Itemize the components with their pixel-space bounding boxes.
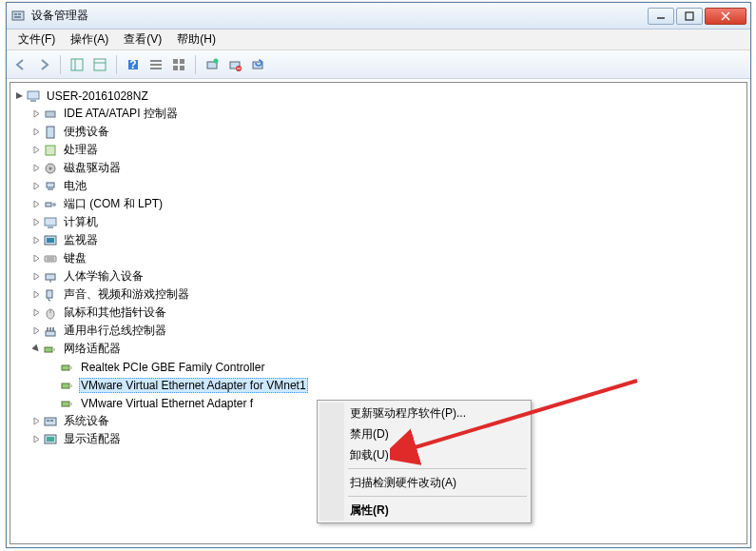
svg-rect-61 [50,420,53,422]
svg-rect-19 [173,66,178,70]
toolbar-view1-icon[interactable] [67,54,87,75]
ctx-uninstall[interactable]: 卸载(U) [320,444,529,465]
help-icon[interactable]: ? [123,54,144,75]
svg-rect-57 [62,402,69,406]
menu-separator [348,468,527,469]
computer-icon [26,89,41,104]
svg-rect-14 [150,60,162,62]
tree-category[interactable]: 键盘 [12,249,745,267]
tree-device[interactable]: Realtek PCIe GBE Family Controller [12,358,745,376]
ctx-update-driver[interactable]: 更新驱动程序软件(P)... [320,403,529,423]
window-controls [648,8,746,25]
svg-rect-52 [52,348,55,351]
expand-icon[interactable] [29,162,43,175]
network-adapter-icon [60,378,75,393]
update-driver-icon[interactable] [247,54,268,75]
category-label: 声音、视频和游戏控制器 [62,285,191,304]
expand-icon[interactable] [29,126,43,139]
expand-icon[interactable] [29,234,43,247]
toolbar-grid-icon[interactable] [168,54,189,75]
expand-icon[interactable] [29,216,43,229]
expand-icon[interactable] [29,108,43,121]
forward-button[interactable] [33,54,54,75]
svg-rect-63 [47,437,54,442]
toolbar: ? [7,50,750,79]
tree-category[interactable]: 处理器 [12,141,745,159]
menu-view[interactable]: 查看(V) [116,29,169,50]
menu-help[interactable]: 帮助(H) [169,29,223,50]
category-icon [43,269,58,285]
category-label: 计算机 [62,213,100,231]
svg-rect-54 [69,366,72,369]
category-label: 电池 [62,177,88,195]
expand-icon[interactable] [29,270,43,284]
tree-category[interactable]: 计算机 [12,213,745,231]
tree-category[interactable]: 鼠标和其他指针设备 [12,304,745,322]
uninstall-icon[interactable] [224,54,245,75]
tree-category[interactable]: 通用串行总线控制器 [12,322,745,340]
tree-category[interactable]: 电池 [12,177,745,195]
tree-root[interactable]: USER-20161028NZ [12,87,745,105]
category-label: 键盘 [62,249,88,267]
svg-rect-31 [46,146,55,155]
category-icon [43,287,58,303]
svg-text:?: ? [129,58,136,71]
expand-icon[interactable] [29,325,43,338]
collapse-icon[interactable] [12,89,26,103]
back-button[interactable] [10,54,31,75]
svg-rect-35 [48,187,53,190]
tree-category[interactable]: 便携设备 [12,123,745,141]
expand-icon[interactable] [29,433,43,446]
category-label: 系统设备 [62,412,111,430]
svg-rect-3 [14,16,21,18]
expand-icon[interactable] [29,415,43,428]
tree-category[interactable]: 声音、视频和游戏控制器 [12,285,745,304]
tree-category[interactable]: 磁盘驱动器 [12,159,745,177]
tree-category[interactable]: 监视器 [12,231,745,249]
svg-rect-15 [150,64,162,66]
svg-rect-58 [69,403,72,405]
svg-rect-20 [180,66,184,70]
svg-rect-51 [45,347,52,352]
category-icon [43,161,58,176]
expand-icon[interactable] [29,198,43,211]
scan-hardware-icon[interactable] [202,54,223,75]
maximize-button[interactable] [676,8,703,25]
tree-spacer [47,379,60,392]
tree-category[interactable]: 端口 (COM 和 LPT) [12,195,745,213]
category-icon [43,143,58,158]
svg-rect-5 [686,12,693,20]
svg-rect-45 [46,274,55,280]
svg-rect-10 [94,59,106,70]
menu-action[interactable]: 操作(A) [63,29,116,50]
expand-icon[interactable] [29,144,43,157]
expand-icon[interactable] [29,306,43,320]
category-icon [43,305,58,321]
svg-rect-38 [45,218,56,226]
expand-icon[interactable] [29,288,43,302]
svg-rect-2 [18,13,21,15]
svg-rect-47 [47,290,52,298]
ctx-scan-hardware[interactable]: 扫描检测硬件改动(A) [320,472,529,493]
tree-category[interactable]: 人体学输入设备 [12,267,745,285]
titlebar: 设备管理器 [7,3,750,30]
category-label: 端口 (COM 和 LPT) [62,195,165,213]
toolbar-separator [195,55,196,74]
toolbar-view2-icon[interactable] [89,54,110,75]
expand-icon[interactable] [29,252,43,266]
toolbar-list-icon[interactable] [145,54,166,75]
category-label: 便携设备 [62,123,111,141]
svg-point-37 [52,203,56,207]
svg-rect-55 [62,384,69,388]
ctx-disable[interactable]: 禁用(D) [320,423,529,444]
tree-category[interactable]: 网络适配器 [12,340,745,358]
tree-device[interactable]: VMware Virtual Ethernet Adapter for VMne… [12,376,745,394]
ctx-properties[interactable]: 属性(R) [320,500,529,521]
minimize-button[interactable] [648,8,674,25]
svg-rect-50 [46,331,55,336]
menu-file[interactable]: 文件(F) [10,29,63,50]
expand-icon[interactable] [29,180,43,193]
tree-category[interactable]: IDE ATA/ATAPI 控制器 [12,105,745,123]
close-button[interactable] [705,8,746,25]
collapse-icon[interactable] [29,343,43,356]
